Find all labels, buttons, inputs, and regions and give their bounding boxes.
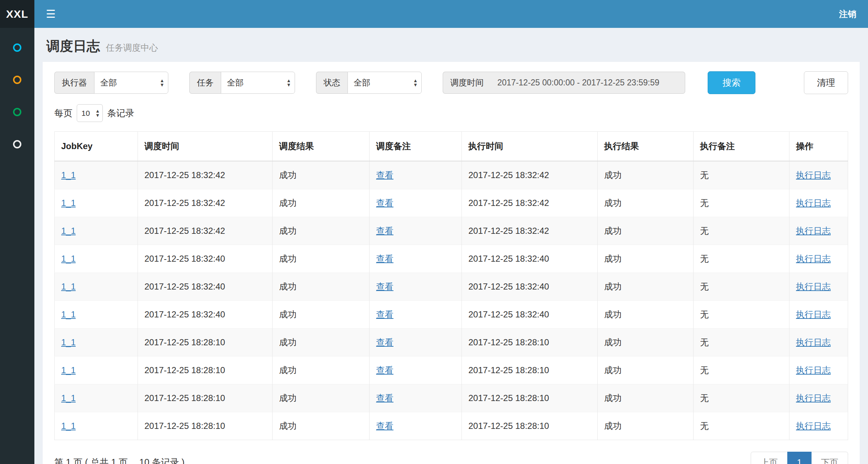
handle-msg-cell: 无 <box>694 217 789 245</box>
trigger-result-cell: 成功 <box>273 301 370 329</box>
col-trigger-time: 调度时间 <box>138 132 273 161</box>
exec-log-link[interactable]: 执行日志 <box>796 365 831 375</box>
trigger-msg-link[interactable]: 查看 <box>376 309 393 319</box>
trigger-time-filter-label: 调度时间 <box>443 72 491 94</box>
sidebar-item-executor-manage[interactable] <box>0 128 34 160</box>
sidebar-item-dashboard[interactable] <box>0 31 34 64</box>
jobkey-link[interactable]: 1_1 <box>61 393 76 403</box>
trigger-time-cell: 2017-12-25 18:28:10 <box>138 329 273 357</box>
trigger-msg-link[interactable]: 查看 <box>376 393 393 403</box>
job-filter-label: 任务 <box>189 72 221 94</box>
log-table-row: 1_1 2017-12-25 18:32:42 成功 查看 2017-12-25… <box>55 217 848 245</box>
current-page-button[interactable]: 1 <box>787 452 812 464</box>
status-select[interactable]: 全部 ▲▼ <box>347 72 422 94</box>
handle-result-cell: 成功 <box>598 245 694 273</box>
jobkey-link[interactable]: 1_1 <box>61 309 76 319</box>
exec-log-link[interactable]: 执行日志 <box>796 421 831 431</box>
handle-result-cell: 成功 <box>598 189 694 217</box>
executor-select[interactable]: 全部 ▲▼ <box>94 72 168 94</box>
logout-link[interactable]: 注销 <box>827 0 868 28</box>
jobkey-link[interactable]: 1_1 <box>61 254 76 263</box>
exec-log-link[interactable]: 执行日志 <box>796 226 831 236</box>
prev-page-button[interactable]: 上页 <box>751 452 788 464</box>
app-logo[interactable]: XXL <box>0 0 34 28</box>
clear-button[interactable]: 清理 <box>804 71 848 94</box>
handle-result-cell: 成功 <box>598 357 694 384</box>
jobkey-link[interactable]: 1_1 <box>61 421 76 431</box>
log-table-row: 1_1 2017-12-25 18:28:10 成功 查看 2017-12-25… <box>55 384 848 412</box>
trigger-msg-link[interactable]: 查看 <box>376 337 393 347</box>
handle-time-cell: 2017-12-25 18:32:42 <box>462 217 598 245</box>
trigger-time-range-input[interactable] <box>491 72 685 94</box>
page-size-prefix-label: 每页 <box>54 107 72 119</box>
handle-time-cell: 2017-12-25 18:32:40 <box>462 273 598 301</box>
log-table-row: 1_1 2017-12-25 18:32:40 成功 查看 2017-12-25… <box>55 245 848 273</box>
pagination-summary: 第 1 页 ( 总共 1 页， 10 条记录 ) <box>54 456 185 464</box>
exec-log-link[interactable]: 执行日志 <box>796 337 831 347</box>
handle-time-cell: 2017-12-25 18:32:42 <box>462 161 598 189</box>
filter-bar: 执行器 全部 ▲▼ 任务 全部 ▲▼ 状态 全部 ▲▼ <box>54 71 848 94</box>
next-page-button[interactable]: 下页 <box>811 452 848 464</box>
trigger-msg-link[interactable]: 查看 <box>376 282 393 291</box>
jobkey-link[interactable]: 1_1 <box>61 198 76 208</box>
trigger-result-cell: 成功 <box>273 357 370 384</box>
handle-time-cell: 2017-12-25 18:32:40 <box>462 245 598 273</box>
trigger-time-cell: 2017-12-25 18:32:40 <box>138 301 273 329</box>
top-navbar: XXL ☰ 注销 <box>0 0 868 28</box>
handle-msg-cell: 无 <box>694 189 789 217</box>
trigger-msg-link[interactable]: 查看 <box>376 421 393 431</box>
col-handle-result: 执行结果 <box>598 132 694 161</box>
handle-msg-cell: 无 <box>694 329 789 357</box>
trigger-msg-link[interactable]: 查看 <box>376 254 393 263</box>
col-handle-time: 执行时间 <box>462 132 598 161</box>
log-table-row: 1_1 2017-12-25 18:32:42 成功 查看 2017-12-25… <box>55 161 848 189</box>
trigger-time-cell: 2017-12-25 18:28:10 <box>138 357 273 384</box>
exec-log-link[interactable]: 执行日志 <box>796 170 831 180</box>
jobkey-link[interactable]: 1_1 <box>61 170 76 180</box>
jobkey-link[interactable]: 1_1 <box>61 365 76 375</box>
handle-time-cell: 2017-12-25 18:28:10 <box>462 412 598 440</box>
handle-msg-cell: 无 <box>694 357 789 384</box>
sidebar-item-job-manage[interactable] <box>0 64 34 96</box>
page-size-select[interactable]: 10 ▲▼ <box>77 104 103 122</box>
trigger-result-cell: 成功 <box>273 384 370 412</box>
trigger-result-cell: 成功 <box>273 245 370 273</box>
handle-result-cell: 成功 <box>598 329 694 357</box>
exec-log-link[interactable]: 执行日志 <box>796 198 831 208</box>
exec-log-link[interactable]: 执行日志 <box>796 254 831 263</box>
trigger-msg-link[interactable]: 查看 <box>376 226 393 236</box>
jobkey-link[interactable]: 1_1 <box>61 226 76 236</box>
dispatch-log-table: JobKey 调度时间 调度结果 调度备注 执行时间 执行结果 执行备注 操作 … <box>54 131 848 440</box>
trigger-result-cell: 成功 <box>273 412 370 440</box>
trigger-time-cell: 2017-12-25 18:32:42 <box>138 161 273 189</box>
handle-result-cell: 成功 <box>598 273 694 301</box>
trigger-msg-link[interactable]: 查看 <box>376 198 393 208</box>
trigger-msg-link[interactable]: 查看 <box>376 170 393 180</box>
status-filter-group: 状态 全部 ▲▼ <box>316 72 422 94</box>
exec-log-link[interactable]: 执行日志 <box>796 309 831 319</box>
trigger-msg-link[interactable]: 查看 <box>376 365 393 375</box>
status-select-value: 全部 <box>354 77 370 88</box>
sidebar-item-job-log[interactable] <box>0 96 34 128</box>
handle-result-cell: 成功 <box>598 217 694 245</box>
page-size-row: 每页 10 ▲▼ 条记录 <box>54 104 848 122</box>
page-size-select-value: 10 <box>81 109 90 118</box>
page-title: 调度日志 <box>46 39 100 54</box>
executor-select-value: 全部 <box>100 77 117 88</box>
content-area: 调度日志 任务调度中心 执行器 全部 ▲▼ 任务 全部 ▲▼ 状态 <box>34 28 868 464</box>
jobkey-link[interactable]: 1_1 <box>61 282 76 291</box>
log-table-row: 1_1 2017-12-25 18:28:10 成功 查看 2017-12-25… <box>55 329 848 357</box>
navbar-main: ☰ 注销 <box>34 0 868 28</box>
log-table-body: 1_1 2017-12-25 18:32:42 成功 查看 2017-12-25… <box>55 161 848 440</box>
job-select[interactable]: 全部 ▲▼ <box>221 72 295 94</box>
exec-log-link[interactable]: 执行日志 <box>796 282 831 291</box>
search-button[interactable]: 搜索 <box>708 71 755 94</box>
hamburger-icon[interactable]: ☰ <box>34 0 67 28</box>
select-arrows-icon: ▲▼ <box>95 109 100 118</box>
sidebar <box>0 28 34 464</box>
handle-time-cell: 2017-12-25 18:28:10 <box>462 357 598 384</box>
handle-msg-cell: 无 <box>694 273 789 301</box>
jobkey-link[interactable]: 1_1 <box>61 337 76 347</box>
exec-log-link[interactable]: 执行日志 <box>796 393 831 403</box>
table-header-row: JobKey 调度时间 调度结果 调度备注 执行时间 执行结果 执行备注 操作 <box>55 132 848 161</box>
